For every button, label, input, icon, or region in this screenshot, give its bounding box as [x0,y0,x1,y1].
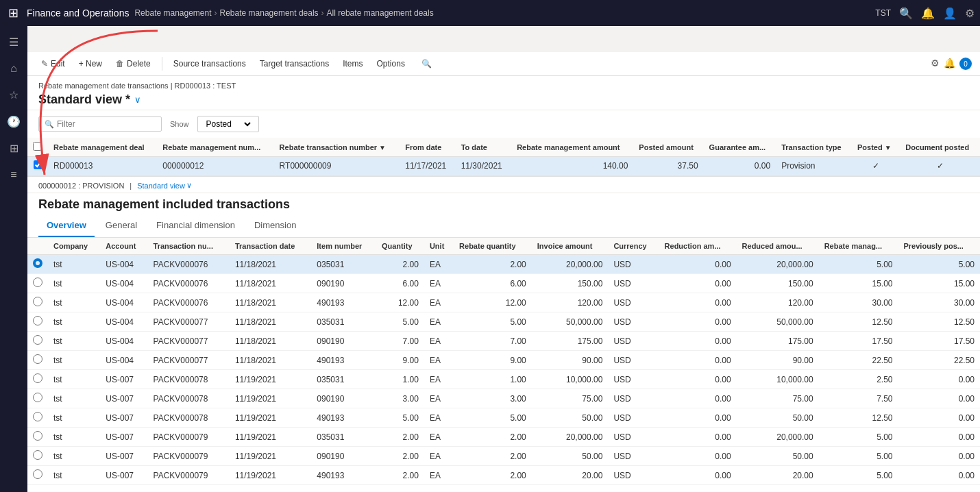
col-to-date: To date [456,138,511,157]
filter-row: 🔍 Show Posted All Pending Unposted [27,110,980,138]
tab-dimension[interactable]: Dimension [246,214,304,237]
bottom-table-row[interactable]: tst US-004 PACKV000077 11/18/2021 490193… [27,351,980,370]
bottom-row-currency: USD [608,428,659,447]
sidebar-workspaces-icon[interactable]: ⊞ [5,138,23,159]
sidebar-favorites-icon[interactable]: ☆ [5,84,23,106]
top-table-row[interactable]: RD000013 000000012 RT000000009 11/17/202… [27,157,980,175]
col-trans-type: Transaction type [776,138,852,157]
top-row-doc-posted: ✓ [900,157,980,175]
grid-menu-icon[interactable]: ⊞ [5,3,21,23]
bottom-row-unit: EA [424,312,454,332]
search-toolbar-button[interactable]: 🔍 [416,56,437,71]
bottom-row-trans-num: PACKV000077 [148,332,230,351]
bottom-row-item-num[interactable]: 035031 [311,255,376,274]
filter-input[interactable] [57,119,156,129]
bottom-row-radio[interactable] [33,450,42,460]
top-table-select-all-header[interactable] [27,138,48,157]
bottom-row-item-num[interactable]: 035031 [311,428,376,447]
edit-button[interactable]: ✎ Edit [36,56,71,71]
bottom-table-row[interactable]: tst US-004 PACKV000076 11/18/2021 090190… [27,274,980,293]
bottom-row-unit: EA [424,255,454,274]
tab-overview[interactable]: Overview [38,214,95,237]
bottom-row-radio[interactable] [33,412,42,421]
bottom-row-trans-date: 11/19/2021 [230,428,311,447]
bottom-row-currency: USD [608,389,659,408]
bcol-trans-num: Transaction nu... [148,238,230,255]
sidebar-modules-icon[interactable]: ≡ [6,164,21,185]
bottom-row-radio-cell [27,312,48,332]
tab-financial-dimension[interactable]: Financial dimension [148,214,243,237]
bottom-row-item-num[interactable]: 090190 [311,274,376,293]
bell-icon[interactable]: 🔔 [921,7,935,20]
bottom-table-row[interactable]: tst US-007 PACKV000079 11/19/2021 035031… [27,428,980,447]
col-from-date: From date [400,138,455,157]
bottom-table-row[interactable]: tst US-007 PACKV000079 11/19/2021 490193… [27,466,980,485]
select-all-checkbox[interactable] [33,142,42,151]
view-selector[interactable]: ∨ [134,95,141,105]
bottom-table-row[interactable]: tst US-004 PACKV000076 11/18/2021 035031… [27,255,980,274]
bottom-row-radio[interactable] [33,316,42,325]
bottom-table-row[interactable]: tst US-007 PACKV000078 11/19/2021 035031… [27,370,980,389]
sidebar-menu-icon[interactable]: ☰ [5,32,23,53]
bottom-row-radio[interactable] [33,297,42,306]
bottom-table-row[interactable]: tst US-004 PACKV000077 11/18/2021 090190… [27,332,980,351]
bottom-table-row[interactable]: tst US-004 PACKV000076 11/18/2021 490193… [27,293,980,312]
top-row-trans-type: Provision [776,157,852,175]
breadcrumb-all-deals[interactable]: All rebate management deals [327,8,434,18]
breadcrumb-rebate-deals[interactable]: Rebate management deals [220,8,319,18]
sidebar-recent-icon[interactable]: 🕐 [3,111,25,132]
bottom-table-row[interactable]: tst US-004 PACKV000077 11/18/2021 035031… [27,312,980,332]
bottom-row-item-num[interactable]: 490193 [311,466,376,485]
bottom-row-item-num[interactable]: 035031 [311,312,376,332]
notification-icon[interactable]: 🔔 [944,58,955,70]
top-row-checkbox[interactable] [34,160,42,169]
bottom-row-account: US-007 [100,466,147,485]
bottom-row-radio[interactable] [33,393,42,402]
bottom-row-radio-cell [27,332,48,351]
bottom-row-item-num[interactable]: 090190 [311,389,376,408]
user-icon[interactable]: 👤 [943,7,957,20]
personalize-icon[interactable]: ⚙ [931,58,940,70]
tab-general[interactable]: General [97,214,145,237]
bottom-table-row[interactable]: tst US-007 PACKV000078 11/19/2021 090190… [27,389,980,408]
bottom-row-radio[interactable] [33,278,42,287]
breadcrumb-rebate-mgmt[interactable]: Rebate management [134,8,211,18]
options-button[interactable]: Options [371,56,411,71]
section-view-selector[interactable]: Standard view ∨ [137,181,192,190]
bottom-row-item-num[interactable]: 090190 [311,332,376,351]
search-icon[interactable]: 🔍 [899,7,913,20]
bottom-row-radio[interactable] [33,469,42,479]
target-transactions-button[interactable]: Target transactions [254,56,334,71]
bottom-row-rebate-qty: 2.00 [454,466,532,485]
bottom-row-rebate-qty: 2.00 [454,255,532,274]
bottom-row-item-num[interactable]: 490193 [311,351,376,370]
bottom-row-unit: EA [424,351,454,370]
bottom-row-item-num[interactable]: 490193 [311,293,376,312]
settings-icon[interactable]: ⚙ [965,7,975,20]
items-button[interactable]: Items [337,56,368,71]
bottom-row-item-num[interactable]: 490193 [311,408,376,428]
bottom-row-trans-num: PACKV000079 [148,428,230,447]
bottom-row-radio-cell [27,293,48,312]
bottom-row-radio[interactable] [33,354,42,364]
bottom-row-radio[interactable] [33,258,42,268]
delete-button[interactable]: 🗑 Delete [110,56,156,71]
bottom-row-radio[interactable] [33,335,42,345]
bottom-row-prev-pos: 5.00 [898,255,981,274]
bottom-table-row[interactable]: tst US-007 PACKV000078 11/19/2021 490193… [27,408,980,428]
bottom-row-currency: USD [608,370,659,389]
top-row-deal[interactable]: RD000013 [48,157,157,175]
source-transactions-button[interactable]: Source transactions [168,56,252,71]
bottom-row-radio[interactable] [33,431,42,441]
bottom-row-item-num[interactable]: 090190 [311,447,376,466]
bottom-row-trans-num: PACKV000079 [148,447,230,466]
bottom-row-item-num[interactable]: 035031 [311,370,376,389]
bottom-table-row[interactable]: tst US-007 PACKV000079 11/19/2021 090190… [27,447,980,466]
new-button[interactable]: + New [73,56,108,71]
bottom-row-radio[interactable] [33,373,42,383]
show-select[interactable]: Posted All Pending Unposted [204,119,253,130]
sidebar-home-icon[interactable]: ⌂ [6,58,21,79]
bottom-row-account: US-004 [100,293,147,312]
bottom-row-company: tst [48,293,100,312]
bottom-row-invoice-amt: 120.00 [532,293,609,312]
